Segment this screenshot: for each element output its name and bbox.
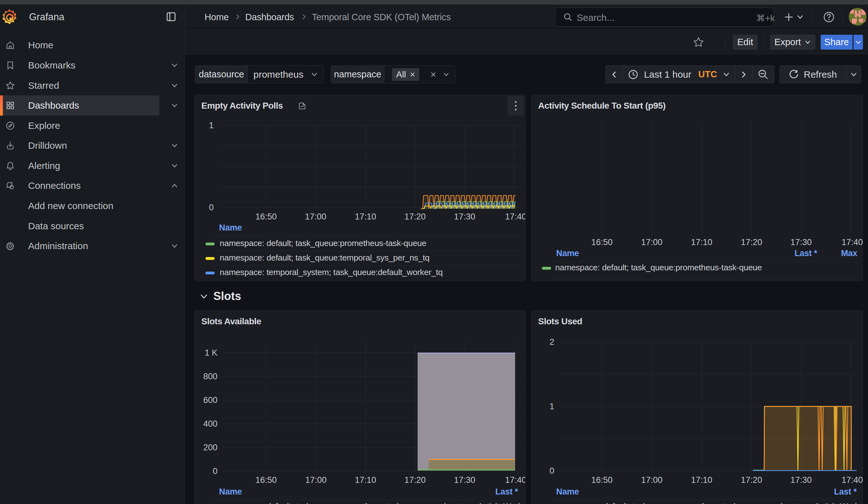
svg-text:17:10: 17:10 xyxy=(691,475,712,485)
svg-text:17:00: 17:00 xyxy=(641,475,662,485)
svg-text:17:30: 17:30 xyxy=(790,237,812,247)
svg-text:17:20: 17:20 xyxy=(404,475,426,485)
svg-text:17:00: 17:00 xyxy=(305,212,327,222)
svg-text:1 K: 1 K xyxy=(205,348,217,358)
svg-text:16:50: 16:50 xyxy=(591,237,613,247)
svg-text:17:20: 17:20 xyxy=(404,212,426,222)
svg-text:1: 1 xyxy=(549,402,554,411)
svg-text:1: 1 xyxy=(209,121,214,130)
svg-text:400: 400 xyxy=(203,419,217,429)
svg-text:17:30: 17:30 xyxy=(790,475,812,485)
svg-text:17:30: 17:30 xyxy=(454,475,475,485)
svg-text:0: 0 xyxy=(213,466,217,476)
svg-text:17:40: 17:40 xyxy=(841,475,862,485)
svg-text:17:10: 17:10 xyxy=(355,212,376,222)
svg-text:200: 200 xyxy=(203,443,217,452)
svg-text:17:10: 17:10 xyxy=(691,237,712,247)
svg-text:17:40: 17:40 xyxy=(505,212,525,222)
svg-text:17:00: 17:00 xyxy=(305,475,327,485)
svg-text:17:40: 17:40 xyxy=(505,475,525,485)
svg-text:17:00: 17:00 xyxy=(641,237,662,247)
svg-text:16:50: 16:50 xyxy=(255,212,277,222)
svg-text:17:10: 17:10 xyxy=(355,475,376,485)
svg-text:17:20: 17:20 xyxy=(741,475,762,485)
svg-text:800: 800 xyxy=(203,372,217,381)
svg-text:17:30: 17:30 xyxy=(454,212,475,222)
svg-text:0: 0 xyxy=(209,203,214,212)
svg-text:16:50: 16:50 xyxy=(255,475,277,485)
svg-text:16:50: 16:50 xyxy=(591,475,613,485)
svg-text:17:40: 17:40 xyxy=(841,237,862,247)
svg-text:0: 0 xyxy=(549,466,554,475)
svg-text:600: 600 xyxy=(203,395,217,405)
svg-text:17:20: 17:20 xyxy=(741,237,762,247)
svg-text:2: 2 xyxy=(549,337,554,347)
